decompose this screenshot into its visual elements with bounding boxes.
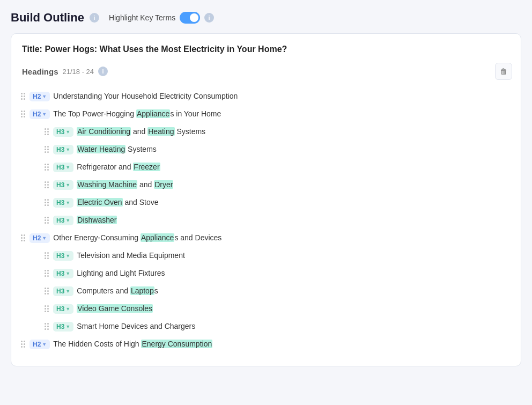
h3-badge[interactable]: H3 ▼ [53, 180, 73, 190]
item-text: Television and Media Equipment [77, 251, 185, 261]
item-text: Refrigerator and Freezer [77, 162, 160, 173]
item-text: Dishwasher [77, 215, 117, 226]
item-text: Video Game Consoles [77, 304, 153, 314]
outline-wrapper: H2 ▼ Understanding Your Household Electr… [20, 87, 512, 353]
outline-item: H3 ▼ Computers and Laptops [20, 282, 512, 300]
outline-item: H2 ▼ The Top Power-Hogging Appliances in… [20, 105, 512, 123]
drag-handle[interactable] [20, 91, 26, 102]
highlight-info-icon[interactable]: i [204, 13, 214, 23]
drag-handle[interactable] [43, 215, 50, 226]
highlight-label: Highlight Key Terms [109, 13, 175, 22]
outline-item: H3 ▼ Electric Oven and Stove [20, 194, 512, 211]
h3-badge[interactable]: H3 ▼ [53, 163, 73, 172]
outline-item: H3 ▼ Lighting and Light Fixtures [20, 264, 512, 282]
highlight: Freezer [133, 163, 160, 171]
h2-badge[interactable]: H2 ▼ [29, 109, 50, 119]
delete-button[interactable]: 🗑 [495, 63, 512, 80]
highlight-toggle-area: Highlight Key Terms i [109, 12, 214, 24]
drag-handle[interactable] [20, 108, 26, 120]
item-text: The Top Power-Hogging Appliances in Your… [53, 109, 221, 120]
drag-handle[interactable] [43, 126, 50, 137]
highlight: Electric Oven [77, 198, 122, 207]
outline-item: H2 ▼ Understanding Your Household Electr… [20, 87, 512, 105]
drag-handle[interactable] [43, 161, 50, 173]
doc-title: Title: Power Hogs: What Uses the Most El… [20, 45, 512, 54]
h2-badge[interactable]: H2 ▼ [29, 92, 50, 101]
h3-badge[interactable]: H3 ▼ [53, 198, 73, 208]
h3-badge[interactable]: H3 ▼ [53, 251, 73, 261]
item-text: The Hidden Costs of High Energy Consumpt… [53, 339, 212, 350]
drag-handle[interactable] [43, 250, 50, 261]
drag-handle[interactable] [43, 179, 50, 190]
highlight-toggle[interactable] [180, 12, 200, 24]
outline-item: H2 ▼ The Hidden Costs of High Energy Con… [20, 335, 512, 353]
drag-handle[interactable] [43, 144, 50, 155]
item-text: Electric Oven and Stove [77, 197, 158, 208]
h3-badge[interactable]: H3 ▼ [53, 269, 73, 278]
outline-item: H3 ▼ Television and Media Equipment [20, 247, 512, 264]
h3-badge[interactable]: H3 ▼ [53, 216, 73, 225]
h3-badge[interactable]: H3 ▼ [53, 304, 73, 314]
h3-badge[interactable]: H3 ▼ [53, 322, 73, 332]
highlight: Air Conditioning [77, 127, 131, 136]
highlight: Washing Machine [77, 180, 137, 189]
highlight: Dishwasher [77, 216, 117, 224]
h3-badge[interactable]: H3 ▼ [53, 145, 73, 154]
item-text: Washing Machine and Dryer [77, 180, 173, 190]
item-text: Water Heating Systems [77, 144, 157, 155]
h3-badge[interactable]: H3 ▼ [53, 127, 73, 137]
h2-badge[interactable]: H2 ▼ [29, 233, 50, 243]
highlight: Appliance [141, 233, 175, 242]
outline-list: H2 ▼ Understanding Your Household Electr… [20, 87, 512, 353]
drag-handle[interactable] [43, 268, 50, 279]
outline-item: H3 ▼ Water Heating Systems [20, 141, 512, 158]
drag-handle[interactable] [20, 232, 26, 244]
item-text: Understanding Your Household Electricity… [53, 91, 238, 102]
headings-row: Headings 21/18 - 24 i 🗑 [20, 63, 512, 80]
drag-handle[interactable] [43, 197, 50, 208]
item-text: Other Energy-Consuming Appliances and De… [53, 233, 221, 244]
outline-item: H2 ▼ Other Energy-Consuming Appliances a… [20, 229, 512, 247]
drag-handle[interactable] [43, 321, 50, 332]
outline-item: H3 ▼ Air Conditioning and Heating System… [20, 123, 512, 141]
outline-card: Title: Power Hogs: What Uses the Most El… [11, 33, 521, 366]
outline-item: H3 ▼ Smart Home Devices and Chargers [20, 318, 512, 335]
drag-handle[interactable] [20, 338, 26, 350]
highlight: Water Heating [77, 145, 125, 153]
title-info-icon[interactable]: i [90, 13, 99, 23]
page-title: Build Outline [11, 11, 84, 25]
drag-handle[interactable] [43, 285, 50, 297]
highlight: Laptop [130, 286, 154, 295]
item-text: Lighting and Light Fixtures [77, 268, 165, 279]
item-text: Air Conditioning and Heating Systems [77, 127, 205, 137]
h2-badge[interactable]: H2 ▼ [29, 340, 50, 349]
item-text: Computers and Laptops [77, 286, 158, 297]
highlight: Appliance [136, 109, 171, 118]
outline-item: H3 ▼ Washing Machine and Dryer [20, 176, 512, 194]
highlight: Dryer [154, 180, 173, 189]
headings-count: 21/18 - 24 [63, 68, 94, 76]
drag-handle[interactable] [43, 303, 50, 314]
h3-badge[interactable]: H3 ▼ [53, 286, 73, 296]
highlight: Energy Consumption [141, 340, 212, 348]
page-header: Build Outline i Highlight Key Terms i [11, 11, 521, 25]
outline-item: H3 ▼ Video Game Consoles [20, 300, 512, 318]
highlight: Heating [147, 127, 174, 136]
highlight: Video Game Consoles [77, 304, 153, 313]
outline-item: H3 ▼ Refrigerator and Freezer [20, 158, 512, 176]
outline-item: H3 ▼ Dishwasher [20, 211, 512, 229]
item-text: Smart Home Devices and Chargers [77, 321, 195, 332]
headings-label: Headings [22, 67, 58, 76]
headings-info-icon[interactable]: i [98, 67, 108, 76]
